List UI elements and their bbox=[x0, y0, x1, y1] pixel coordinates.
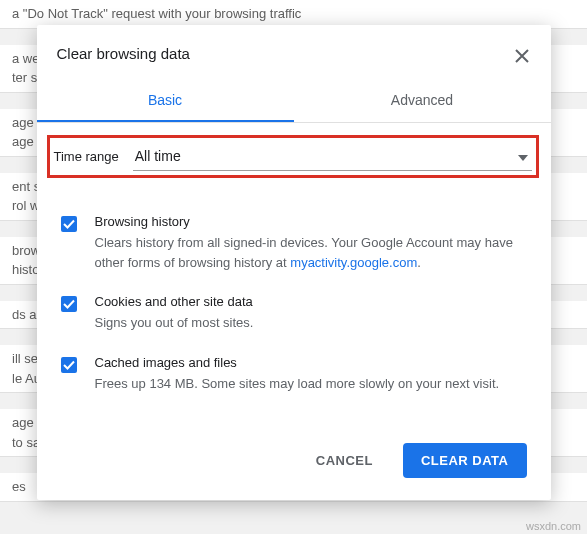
time-range-label: Time range bbox=[54, 149, 119, 164]
option-desc: Clears history from all signed-in device… bbox=[95, 233, 527, 272]
option-cache: Cached images and files Frees up 134 MB.… bbox=[61, 341, 527, 402]
checkbox-cache[interactable] bbox=[61, 357, 77, 373]
option-title: Browsing history bbox=[95, 214, 527, 229]
checkbox-cookies[interactable] bbox=[61, 296, 77, 312]
option-title: Cached images and files bbox=[95, 355, 527, 370]
checkbox-browsing-history[interactable] bbox=[61, 216, 77, 232]
option-title: Cookies and other site data bbox=[95, 294, 527, 309]
time-range-value: All time bbox=[135, 148, 181, 164]
clear-browsing-data-dialog: Clear browsing data Basic Advanced Time … bbox=[37, 25, 551, 500]
option-desc: Signs you out of most sites. bbox=[95, 313, 527, 333]
check-icon bbox=[62, 217, 76, 231]
clear-data-button[interactable]: CLEAR DATA bbox=[403, 443, 527, 478]
dialog-title: Clear browsing data bbox=[57, 45, 190, 62]
tab-advanced[interactable]: Advanced bbox=[294, 80, 551, 122]
option-browsing-history: Browsing history Clears history from all… bbox=[61, 200, 527, 280]
close-icon bbox=[515, 49, 529, 63]
close-button[interactable] bbox=[513, 45, 531, 70]
myactivity-link[interactable]: myactivity.google.com bbox=[290, 255, 417, 270]
dropdown-caret-icon bbox=[518, 148, 528, 164]
option-cookies: Cookies and other site data Signs you ou… bbox=[61, 280, 527, 341]
dialog-overlay: Clear browsing data Basic Advanced Time … bbox=[0, 0, 587, 534]
check-icon bbox=[62, 358, 76, 372]
check-icon bbox=[62, 297, 76, 311]
cancel-button[interactable]: CANCEL bbox=[298, 443, 391, 478]
option-desc: Frees up 134 MB. Some sites may load mor… bbox=[95, 374, 527, 394]
dialog-tabs: Basic Advanced bbox=[37, 80, 551, 123]
time-range-select[interactable]: All time bbox=[133, 142, 532, 171]
time-range-highlight: Time range All time bbox=[47, 135, 539, 178]
tab-basic[interactable]: Basic bbox=[37, 80, 294, 122]
